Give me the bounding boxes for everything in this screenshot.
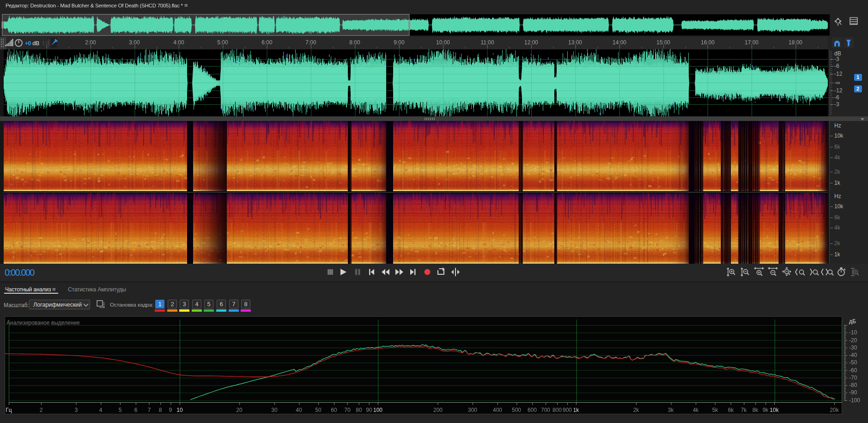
- svg-text:-30: -30: [849, 344, 857, 351]
- svg-text:100: 100: [373, 407, 382, 413]
- svg-text:-80: -80: [849, 382, 857, 388]
- svg-text:-70: -70: [849, 375, 857, 381]
- svg-text:2: 2: [40, 407, 43, 413]
- svg-text:30: 30: [271, 407, 278, 413]
- svg-text:Гц: Гц: [6, 407, 12, 413]
- svg-text:80: 80: [356, 407, 362, 413]
- svg-text:7: 7: [148, 407, 151, 413]
- svg-text:3: 3: [75, 407, 78, 413]
- svg-text:9: 9: [169, 407, 172, 413]
- svg-text:дБ: дБ: [849, 318, 856, 325]
- svg-text:20: 20: [236, 407, 243, 413]
- svg-text:Анализированое выделение: Анализированое выделение: [6, 320, 80, 326]
- svg-text:6: 6: [134, 407, 138, 413]
- svg-text:300: 300: [468, 407, 477, 413]
- svg-text:9k: 9k: [763, 407, 769, 413]
- svg-text:6k: 6k: [728, 407, 734, 413]
- svg-text:-100: -100: [849, 397, 860, 404]
- svg-text:400: 400: [493, 407, 502, 413]
- svg-text:4k: 4k: [693, 407, 699, 413]
- svg-text:10k: 10k: [770, 407, 779, 413]
- svg-text:500: 500: [512, 407, 521, 413]
- svg-text:1k: 1k: [573, 407, 580, 413]
- svg-text:60: 60: [331, 407, 337, 413]
- svg-text:-90: -90: [849, 389, 857, 396]
- svg-text:-50: -50: [849, 359, 857, 366]
- svg-text:4: 4: [99, 407, 103, 413]
- svg-text:5k: 5k: [712, 407, 719, 413]
- svg-text:-10: -10: [849, 329, 857, 336]
- svg-text:900: 900: [563, 407, 572, 413]
- svg-text:2k: 2k: [633, 407, 640, 413]
- svg-text:800: 800: [552, 407, 562, 413]
- svg-text:600: 600: [528, 407, 537, 413]
- svg-text:7k: 7k: [741, 407, 747, 413]
- svg-text:5: 5: [119, 407, 122, 413]
- svg-text:200: 200: [433, 407, 443, 413]
- svg-text:8: 8: [159, 407, 162, 413]
- svg-text:8k: 8k: [753, 407, 759, 413]
- svg-text:-20: -20: [849, 337, 857, 344]
- svg-text:-60: -60: [849, 367, 857, 374]
- svg-text:3k: 3k: [668, 407, 674, 413]
- svg-text:40: 40: [296, 407, 302, 413]
- svg-text:20k: 20k: [830, 407, 839, 413]
- svg-text:70: 70: [344, 407, 351, 413]
- svg-text:90: 90: [366, 407, 372, 413]
- svg-text:700: 700: [541, 407, 550, 413]
- svg-text:10: 10: [176, 407, 183, 413]
- svg-text:50: 50: [315, 407, 322, 413]
- svg-text:-40: -40: [849, 352, 857, 358]
